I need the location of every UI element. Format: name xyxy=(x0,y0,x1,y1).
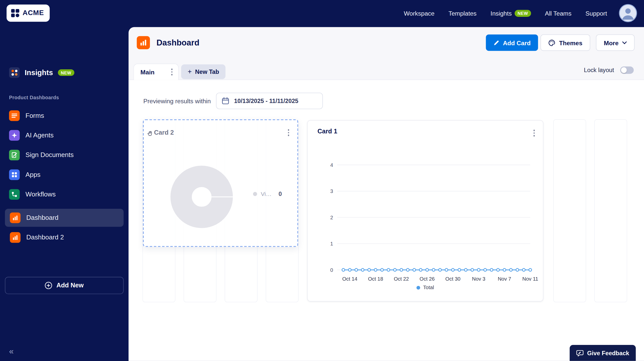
legend-label: Vi… xyxy=(261,191,272,197)
palette-icon xyxy=(548,39,555,46)
sidebar-item-dashboard-2[interactable]: Dashboard 2 xyxy=(5,228,124,246)
svg-text:1: 1 xyxy=(330,241,333,246)
sidebar-item-label: Sign Documents xyxy=(25,151,74,159)
legend-dot-icon xyxy=(417,286,420,289)
card-2[interactable]: Card 2 Vi… 0 xyxy=(143,119,298,247)
svg-text:Oct 26: Oct 26 xyxy=(420,276,435,282)
sidebar-item-label: Workflows xyxy=(25,191,56,198)
sidebar-item-sign-documents[interactable]: Sign Documents xyxy=(0,145,129,165)
dashboard-icon xyxy=(10,213,20,223)
sidebar-item-label: AI Agents xyxy=(25,132,54,139)
insights-app-icon xyxy=(9,67,20,78)
sidebar-item-label: Dashboard xyxy=(26,214,58,221)
new-tab-button[interactable]: + New Tab xyxy=(181,64,226,79)
nav-insights-new-badge: NEW xyxy=(515,10,531,17)
give-feedback-button[interactable]: Give Feedback xyxy=(570,345,636,361)
toggle-knob xyxy=(621,67,627,73)
card-1[interactable]: Card 1 01234Oct 14Oct 18Oct 22Oct 26Oct … xyxy=(307,120,543,301)
nav-insights[interactable]: Insights NEW xyxy=(491,10,531,17)
grid-column xyxy=(594,119,627,302)
card-title: Card 2 xyxy=(154,129,174,136)
sidebar-new-badge: NEW xyxy=(58,69,74,76)
sidebar-item-ai-agents[interactable]: AI Agents xyxy=(0,126,129,145)
nav-support-label: Support xyxy=(585,10,607,17)
add-card-label: Add Card xyxy=(503,39,531,46)
top-nav: Workspace Templates Insights NEW All Tea… xyxy=(404,0,607,27)
logo-text: ACME xyxy=(23,9,44,17)
tab-main[interactable]: Main xyxy=(134,64,179,80)
line-chart: 01234Oct 14Oct 18Oct 22Oct 26Oct 30Nov 3… xyxy=(308,121,544,302)
legend-label: Total xyxy=(423,285,434,290)
new-tab-label: New Tab xyxy=(195,69,219,75)
sidebar-product-menu: Forms AI Agents Sign Documents Apps Work… xyxy=(0,106,129,204)
svg-text:2: 2 xyxy=(330,215,333,220)
main-panel: Dashboard Add Card Themes More Main + Ne… xyxy=(129,27,644,361)
card-menu-kebab-icon[interactable] xyxy=(532,128,536,138)
forms-icon xyxy=(9,110,20,121)
card-menu-kebab-icon[interactable] xyxy=(286,128,291,138)
svg-text:0: 0 xyxy=(330,267,333,273)
apps-icon xyxy=(9,169,20,180)
donut-chart xyxy=(144,120,297,246)
svg-text:Nov 7: Nov 7 xyxy=(498,276,511,282)
date-range-picker[interactable]: 10/13/2025 - 11/11/2025 xyxy=(216,93,323,109)
sidebar-item-label: Forms xyxy=(25,112,44,119)
pencil-icon xyxy=(493,40,499,46)
more-button[interactable]: More xyxy=(596,34,634,51)
sidebar-item-forms[interactable]: Forms xyxy=(0,106,129,125)
svg-text:4: 4 xyxy=(330,162,333,168)
sidebar-insights-header[interactable]: Insights NEW xyxy=(9,67,74,78)
svg-text:Nov 3: Nov 3 xyxy=(472,276,485,282)
acme-logo[interactable]: ACME xyxy=(7,5,50,22)
preview-results-label: Previewing results within xyxy=(143,98,211,105)
sidebar-item-label: Dashboard 2 xyxy=(26,234,64,241)
tab-options-kebab-icon[interactable] xyxy=(169,67,174,77)
nav-templates-label: Templates xyxy=(449,10,477,17)
lock-layout-control: Lock layout xyxy=(584,66,634,74)
themes-label: Themes xyxy=(559,39,583,46)
grab-hand-cursor-icon xyxy=(147,130,153,137)
sidebar-item-dashboard[interactable]: Dashboard xyxy=(5,209,124,227)
nav-support[interactable]: Support xyxy=(585,10,607,17)
nav-templates[interactable]: Templates xyxy=(449,10,477,17)
sidebar-section-label: Product Dashboards xyxy=(9,95,59,100)
plus-circle-icon xyxy=(45,282,52,289)
sidebar-item-apps[interactable]: Apps xyxy=(0,165,129,184)
nav-workspace[interactable]: Workspace xyxy=(404,10,434,17)
nav-insights-label: Insights xyxy=(491,10,512,17)
calendar-icon xyxy=(221,97,230,105)
donut-legend: Vi… 0 xyxy=(253,191,282,197)
svg-text:Nov 11: Nov 11 xyxy=(522,276,538,282)
sidebar-title: Insights xyxy=(25,68,53,77)
svg-text:Oct 22: Oct 22 xyxy=(394,276,409,282)
add-card-button[interactable]: Add Card xyxy=(486,34,538,51)
sidebar: Insights NEW Product Dashboards Forms AI… xyxy=(0,27,129,361)
sidebar-item-workflows[interactable]: Workflows xyxy=(0,185,129,204)
svg-text:3: 3 xyxy=(330,188,333,194)
acme-logo-icon xyxy=(11,9,20,18)
dashboard-icon xyxy=(10,232,20,243)
date-range-value: 10/13/2025 - 11/11/2025 xyxy=(234,98,298,104)
app-root: ACME Workspace Templates Insights NEW Al… xyxy=(0,0,644,361)
feedback-bubble-icon xyxy=(576,349,583,356)
card-title: Card 1 xyxy=(317,128,337,135)
ai-agents-icon xyxy=(9,130,20,141)
top-bar: ACME Workspace Templates Insights NEW Al… xyxy=(0,0,644,27)
lock-layout-label: Lock layout xyxy=(584,67,614,73)
sidebar-collapse-button[interactable]: « xyxy=(9,347,14,356)
grid-column xyxy=(553,119,586,302)
sign-documents-icon xyxy=(9,150,20,160)
svg-text:Oct 18: Oct 18 xyxy=(368,276,383,282)
more-label: More xyxy=(604,39,619,46)
add-new-dashboard-button[interactable]: Add New xyxy=(5,277,124,294)
user-avatar[interactable] xyxy=(619,4,637,22)
themes-button[interactable]: Themes xyxy=(541,34,590,51)
chevron-down-icon xyxy=(622,41,627,44)
svg-text:Oct 14: Oct 14 xyxy=(342,276,357,282)
plus-icon: + xyxy=(188,68,192,76)
nav-all-teams[interactable]: All Teams xyxy=(545,10,572,17)
add-new-label: Add New xyxy=(56,282,84,289)
sidebar-item-label: Apps xyxy=(25,171,41,178)
lock-layout-toggle[interactable] xyxy=(620,66,634,74)
workflows-icon xyxy=(9,189,20,200)
